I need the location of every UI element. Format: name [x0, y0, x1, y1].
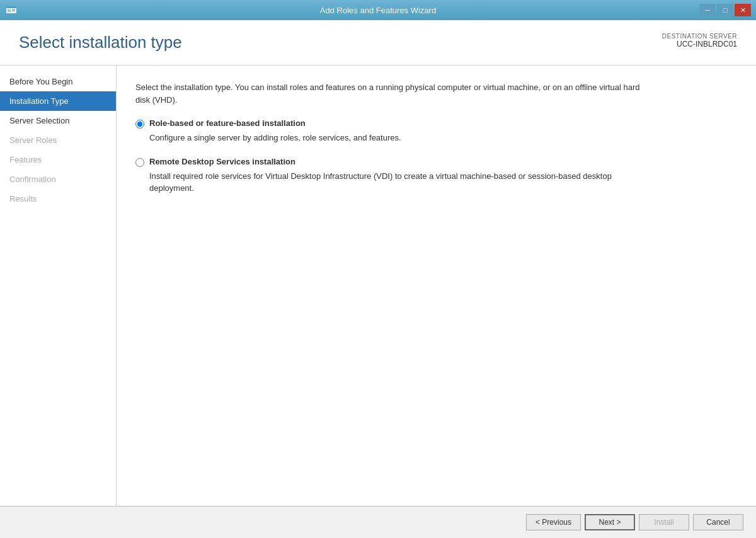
svg-rect-4 [12, 11, 15, 11]
remote-desktop-option: Remote Desktop Services installation Ins… [135, 157, 737, 195]
server-name: UCC-INBLRDC01 [662, 40, 737, 49]
sidebar: Before You Begin Installation Type Serve… [0, 66, 117, 506]
destination-server-label: DESTINATION SERVER [662, 33, 737, 40]
header: Select installation type DESTINATION SER… [0, 20, 756, 66]
window-content: Select installation type DESTINATION SER… [0, 20, 756, 538]
svg-rect-1 [6, 6, 16, 8]
previous-button[interactable]: < Previous [526, 514, 581, 530]
cancel-button[interactable]: Cancel [693, 514, 743, 530]
sidebar-item-before-you-begin[interactable]: Before You Begin [0, 72, 116, 91]
remote-desktop-description: Install required role services for Virtu… [149, 170, 653, 195]
window-controls: ─ □ ✕ [699, 4, 751, 16]
sidebar-item-server-selection[interactable]: Server Selection [0, 111, 116, 130]
remote-desktop-radio[interactable] [135, 158, 144, 167]
body: Before You Begin Installation Type Serve… [0, 66, 756, 506]
sidebar-item-results: Results [0, 189, 116, 209]
maximize-button[interactable]: □ [717, 4, 733, 16]
role-based-title: Role-based or feature-based installation [149, 118, 306, 128]
sidebar-item-server-roles: Server Roles [0, 130, 116, 150]
sidebar-item-confirmation: Confirmation [0, 169, 116, 189]
role-based-description: Configure a single server by adding role… [149, 132, 653, 144]
remote-desktop-title: Remote Desktop Services installation [149, 157, 295, 166]
close-button[interactable]: ✕ [735, 4, 751, 16]
role-based-radio[interactable] [135, 120, 144, 129]
destination-server-info: DESTINATION SERVER UCC-INBLRDC01 [662, 33, 737, 49]
app-icon [5, 4, 18, 16]
install-button: Install [639, 514, 689, 530]
minimize-button[interactable]: ─ [699, 4, 716, 16]
svg-rect-3 [12, 9, 15, 10]
main-content: Select the installation type. You can in… [117, 66, 756, 506]
next-button[interactable]: Next > [585, 514, 635, 530]
title-bar: Add Roles and Features Wizard ─ □ ✕ [0, 0, 756, 20]
footer: < Previous Next > Install Cancel [0, 506, 756, 538]
role-based-option: Role-based or feature-based installation… [135, 118, 737, 144]
role-based-label[interactable]: Role-based or feature-based installation [135, 118, 737, 129]
window-title: Add Roles and Features Wizard [320, 6, 436, 15]
svg-rect-2 [8, 9, 11, 12]
sidebar-item-features: Features [0, 150, 116, 169]
page-title: Select installation type [19, 33, 182, 52]
intro-text: Select the installation type. You can in… [135, 81, 652, 106]
remote-desktop-label[interactable]: Remote Desktop Services installation [135, 157, 737, 167]
sidebar-item-installation-type[interactable]: Installation Type [0, 91, 116, 111]
